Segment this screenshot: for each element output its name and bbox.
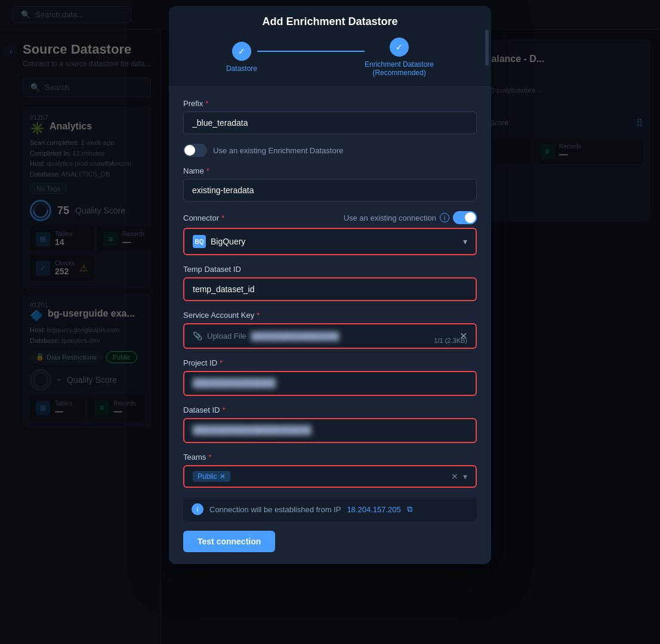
chevron-down-icon: ▾ <box>463 237 467 246</box>
dropdown-icon[interactable]: ▾ <box>463 472 467 481</box>
project-id-label: Project ID * <box>183 358 477 367</box>
scroll-handle[interactable] <box>485 30 489 66</box>
project-id-blurred: ██████████████ <box>193 378 276 388</box>
prefix-label: Prefix * <box>183 99 477 108</box>
file-content-blurred: ████████████████ <box>251 332 339 340</box>
connector-label: Connector * <box>183 213 224 222</box>
bigquery-icon: BQ <box>193 235 206 248</box>
file-size-info: 1/1 (2.3KB) <box>434 337 467 344</box>
paperclip-icon: 📎 <box>193 332 202 340</box>
info-icon-conn: i <box>440 213 449 222</box>
project-id-input[interactable]: ██████████████ <box>183 371 477 396</box>
toggle-row: Use an existing Enrichment Datastore <box>183 144 477 157</box>
service-account-group: Service Account Key * 📎 Upload File ████… <box>183 311 477 349</box>
dataset-id-input[interactable]: ████████████████████ <box>183 418 477 443</box>
step-label-1: Datastore <box>226 64 257 73</box>
step-circle-1: ✓ <box>232 42 251 61</box>
service-account-label: Service Account Key * <box>183 311 477 320</box>
project-id-group: Project ID * ██████████████ <box>183 358 477 396</box>
dataset-id-group: Dataset ID * ████████████████████ <box>183 405 477 443</box>
name-field-group: Name * <box>183 166 477 202</box>
stepper: ✓ Datastore ✓ Enrichment Datastore (Reco… <box>183 38 477 77</box>
modal-body: Prefix * Use an existing Enrichment Data… <box>169 87 491 564</box>
existing-enrichment-toggle[interactable] <box>183 144 207 157</box>
teams-actions: ✕ ▾ <box>451 472 467 481</box>
prefix-field-group: Prefix * <box>183 99 477 134</box>
teams-input[interactable]: Public ✕ ✕ ▾ <box>183 465 477 488</box>
public-team-tag[interactable]: Public ✕ <box>193 471 230 482</box>
connector-row: Connector * Use an existing connection i <box>183 211 477 224</box>
name-label: Name * <box>183 166 477 175</box>
step-label-2: Enrichment Datastore (Recommended) <box>365 60 434 77</box>
step-datastore: ✓ Datastore <box>226 42 257 73</box>
required-star-6: * <box>222 405 225 414</box>
file-upload-left: 📎 Upload File ████████████████ <box>193 332 339 340</box>
prefix-input[interactable] <box>183 112 477 134</box>
modal-header: Add Enrichment Datastore ✓ Datastore ✓ E… <box>169 6 491 87</box>
step-enrichment: ✓ Enrichment Datastore (Recommended) <box>365 38 434 77</box>
modal-title: Add Enrichment Datastore <box>183 16 477 28</box>
dataset-id-label: Dataset ID * <box>183 405 477 414</box>
temp-dataset-group: Temp Dataset ID <box>183 265 477 301</box>
step-line <box>257 51 365 52</box>
toggle-label: Use an existing Enrichment Datastore <box>213 146 343 155</box>
required-star: * <box>205 99 208 108</box>
required-star-5: * <box>220 358 223 367</box>
dataset-id-blurred: ████████████████████ <box>193 425 311 435</box>
existing-conn-toggle[interactable] <box>453 211 477 224</box>
temp-dataset-input[interactable] <box>183 277 477 301</box>
required-star-4: * <box>257 311 260 320</box>
temp-dataset-label: Temp Dataset ID <box>183 265 477 274</box>
teams-label: Teams * <box>183 453 477 462</box>
ip-info-row: i Connection will be established from IP… <box>183 497 477 521</box>
ip-address: 18.204.157.205 <box>347 505 400 514</box>
clear-icon[interactable]: ✕ <box>451 472 458 481</box>
connector-select[interactable]: BQ BigQuery ▾ <box>183 228 477 255</box>
required-star-3: * <box>221 213 224 222</box>
required-star-7: * <box>208 453 211 462</box>
teams-group: Teams * Public ✕ ✕ ▾ <box>183 453 477 488</box>
copy-icon[interactable]: ⧉ <box>407 504 412 514</box>
existing-conn-row: Use an existing connection i <box>344 211 477 224</box>
tag-remove-icon[interactable]: ✕ <box>220 472 226 481</box>
name-input[interactable] <box>183 179 477 202</box>
info-icon-ip: i <box>192 503 203 515</box>
test-connection-button[interactable]: Test connection <box>183 531 275 552</box>
add-enrichment-modal: Add Enrichment Datastore ✓ Datastore ✓ E… <box>169 6 491 564</box>
file-upload-area[interactable]: 📎 Upload File ████████████████ ✕ 1/1 (2.… <box>183 323 477 349</box>
required-star-2: * <box>206 166 209 175</box>
step-circle-2: ✓ <box>390 38 409 57</box>
